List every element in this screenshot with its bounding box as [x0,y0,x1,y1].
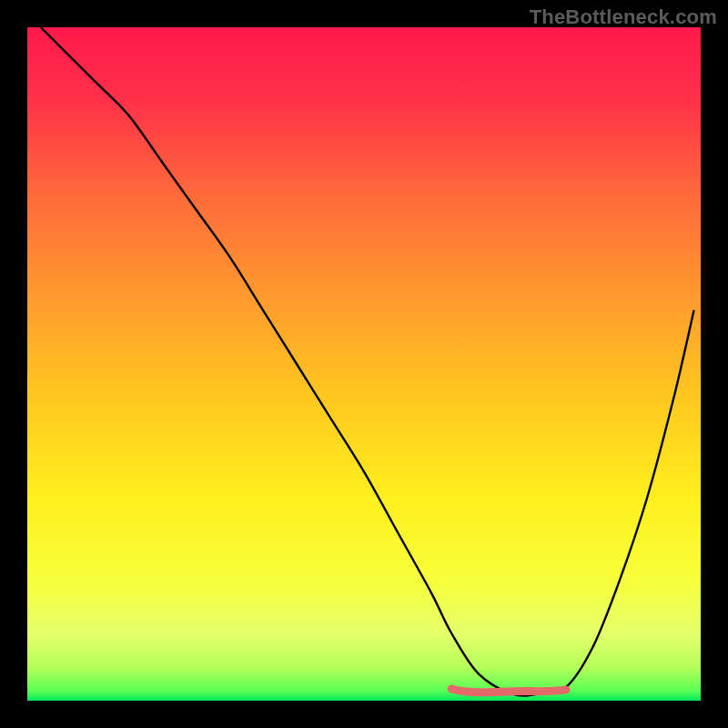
watermark-text: TheBottleneck.com [530,5,717,29]
gradient-background [27,27,701,701]
sweet-spot-highlight [451,689,566,693]
bottleneck-chart [0,0,728,728]
chart-stage: TheBottleneck.com [0,0,728,728]
